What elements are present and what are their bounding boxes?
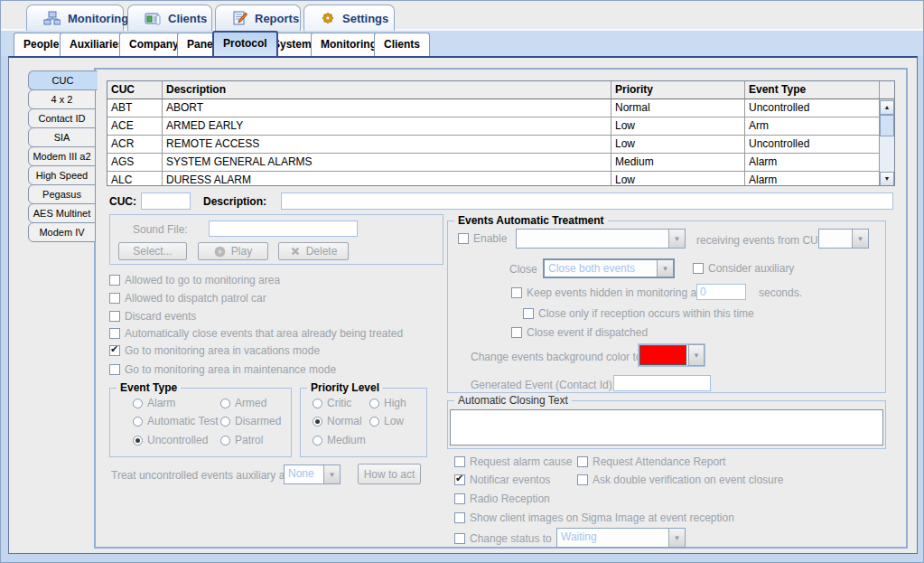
cuc-field-label: CUC: <box>109 195 136 208</box>
table-cell[interactable]: DURESS ALARM <box>163 172 611 186</box>
table-cell[interactable]: Low <box>611 136 745 154</box>
radio-high[interactable]: High <box>369 397 406 409</box>
table-cell[interactable]: ACE <box>107 117 163 136</box>
checkbox-label: Close only if reception occurs within th… <box>538 307 754 320</box>
col-header-event-type[interactable]: Event Type <box>745 81 881 99</box>
generated-event-input[interactable] <box>613 375 711 391</box>
vtab-modem-iv[interactable]: Modem IV <box>28 222 96 242</box>
table-cell[interactable]: ACR <box>107 136 163 154</box>
checkbox-auto-close-treated[interactable]: ✔ Automatically close events that area a… <box>109 327 403 340</box>
reports-icon <box>232 11 247 25</box>
radio-medium[interactable]: Medium <box>313 434 366 446</box>
subtab-protocol[interactable]: Protocol <box>212 31 278 56</box>
radio-alarm[interactable]: Alarm <box>133 397 175 409</box>
delete-sound-button[interactable]: Delete <box>278 242 349 260</box>
receiving-cuc-combo[interactable]: ▼ <box>818 229 869 249</box>
checkbox-show-client-images[interactable]: ✔ Show client images on Sigma Image at e… <box>454 511 734 524</box>
radio-uncontrolled[interactable]: Uncontrolled <box>133 434 208 446</box>
vtab-aes-multinet-label: AES Multinet <box>33 208 91 219</box>
checkbox-consider-auxiliary[interactable]: ✔ Consider auxiliary <box>693 262 794 275</box>
select-sound-button[interactable]: Select... <box>118 242 187 260</box>
table-cell[interactable]: Low <box>611 172 745 186</box>
vtab-sia[interactable]: SIA <box>28 127 96 147</box>
vtab-4x2[interactable]: 4 x 2 <box>28 89 96 109</box>
change-status-combo[interactable]: Waiting ▼ <box>556 528 686 548</box>
radio-label: Armed <box>235 397 266 409</box>
play-sound-button[interactable]: Play <box>198 242 268 260</box>
table-cell[interactable]: SYSTEM GENERAL ALARMS <box>163 154 611 172</box>
table-cell[interactable]: ABORT <box>163 99 611 117</box>
table-cell[interactable]: AGS <box>107 154 163 172</box>
treat-uncontrolled-combo[interactable]: None ▼ <box>284 464 341 484</box>
checkbox-request-alarm-cause[interactable]: ✔ Request alarm cause <box>454 455 572 468</box>
radio-label: Medium <box>327 434 366 446</box>
hidden-seconds-input[interactable] <box>696 284 746 300</box>
table-cell[interactable]: ALC <box>107 172 163 186</box>
receiving-cuc-value <box>819 230 852 248</box>
how-to-act-button[interactable]: How to act <box>358 464 421 484</box>
radio-automatic-test[interactable]: Automatic Test <box>133 415 218 427</box>
table-cell[interactable]: Medium <box>611 154 745 172</box>
radio-disarmed[interactable]: Disarmed <box>220 415 281 427</box>
table-cell[interactable]: Normal <box>611 99 745 117</box>
checkbox-notificar-eventos[interactable]: ✔ Notificar eventos <box>454 474 550 486</box>
tab-settings[interactable]: Settings <box>303 5 395 31</box>
checkbox-ask-double-verification[interactable]: ✔ Ask double verification on event closu… <box>577 474 783 486</box>
radio-armed[interactable]: Armed <box>220 397 266 409</box>
description-input[interactable] <box>281 192 893 210</box>
table-cell[interactable]: ARMED EARLY <box>163 117 611 136</box>
vtab-high-speed[interactable]: High Speed <box>28 165 96 185</box>
tab-monitoring[interactable]: Monitoring <box>26 5 124 31</box>
checkbox-close-if-dispatched[interactable]: ✔ Close event if dispatched <box>511 326 648 339</box>
vtab-modem-iii-a2[interactable]: Modem III a2 <box>28 146 96 166</box>
radio-normal[interactable]: Normal <box>313 415 362 427</box>
table-cell[interactable]: Uncontrolled <box>745 99 881 117</box>
checkbox-keep-events-hidden[interactable]: ✔ Keep events hidden in monitoring area <box>511 286 712 299</box>
scroll-down-icon[interactable]: ▼ <box>880 172 894 186</box>
checkbox-enable-auto-treatment[interactable]: ✔ Enable <box>458 232 507 245</box>
checkbox-request-attendance-report[interactable]: ✔ Request Attendance Report <box>577 455 725 468</box>
checkbox-discard-events[interactable]: ✔ Discard events <box>109 310 196 323</box>
vtab-cuc[interactable]: CUC <box>28 70 98 90</box>
automatic-closing-textarea[interactable] <box>450 409 883 446</box>
col-header-cuc[interactable]: CUC <box>107 81 163 99</box>
table-cell[interactable]: Low <box>611 117 745 136</box>
radio-low[interactable]: Low <box>369 415 404 427</box>
vtab-aes-multinet[interactable]: AES Multinet <box>28 203 96 223</box>
checkbox-change-status[interactable]: ✔ Change status to <box>454 532 552 545</box>
checkbox-dispatch-patrol-car[interactable]: ✔ Allowed to dispatch patrol car <box>109 292 266 305</box>
checkbox-allowed-monitoring-area[interactable]: ✔ Allowed to go to monitoring area <box>109 274 280 286</box>
vtab-contact-id-label: Contact ID <box>39 113 86 124</box>
cuc-input[interactable] <box>141 192 191 210</box>
scrollbar-thumb[interactable] <box>880 115 894 136</box>
tab-reports[interactable]: Reports <box>215 5 301 31</box>
col-header-description[interactable]: Description <box>163 81 611 99</box>
checkbox-label: Go to monitoring area in maintenance mod… <box>125 363 336 376</box>
table-cell[interactable]: Uncontrolled <box>745 136 881 154</box>
col-header-priority[interactable]: Priority <box>611 81 745 99</box>
chevron-down-icon: ▼ <box>674 534 681 542</box>
subtab-clients[interactable]: Clients <box>374 33 430 56</box>
tab-clients[interactable]: Clients <box>127 5 212 31</box>
scroll-up-icon[interactable]: ▲ <box>880 100 894 115</box>
close-mode-combo[interactable]: Close both events ▼ <box>543 258 675 278</box>
sound-file-input[interactable] <box>209 221 358 237</box>
table-cell[interactable]: REMOTE ACCESS <box>163 136 611 154</box>
table-cell[interactable]: Alarm <box>745 154 881 172</box>
table-cell[interactable]: ABT <box>107 99 163 117</box>
table-cell[interactable]: Alarm <box>745 172 881 186</box>
radio-patrol[interactable]: Patrol <box>220 434 263 446</box>
event-color-picker[interactable]: ▼ <box>638 343 705 367</box>
table-cell[interactable]: Arm <box>745 117 881 136</box>
auto-treatment-event-combo[interactable]: ▼ <box>516 229 686 249</box>
vtab-contact-id[interactable]: Contact ID <box>28 108 96 128</box>
vtab-high-speed-label: High Speed <box>36 170 89 181</box>
checkbox-maintenance-mode[interactable]: ✔ Go to monitoring area in maintenance m… <box>109 363 336 376</box>
description-field-label: Description: <box>203 195 266 208</box>
checkbox-vacations-mode[interactable]: ✔ Go to monitoring area in vacations mod… <box>109 344 320 357</box>
vtab-pegasus[interactable]: Pegasus <box>28 184 96 204</box>
checkbox-radio-reception[interactable]: ✔ Radio Reception <box>454 493 550 505</box>
checkbox-close-only-reception[interactable]: ✔ Close only if reception occurs within … <box>523 307 754 320</box>
radio-critic[interactable]: Critic <box>313 397 351 409</box>
subtab-system-label: System <box>273 38 312 51</box>
